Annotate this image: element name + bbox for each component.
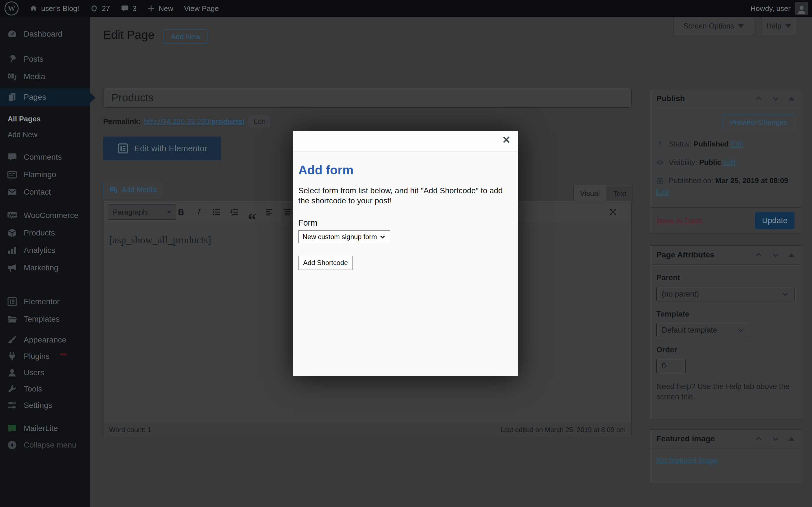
sidebar-item-settings[interactable]: Settings: [0, 397, 90, 413]
order-input[interactable]: 0: [656, 359, 686, 373]
tab-text[interactable]: Text: [607, 186, 633, 202]
updates-menu[interactable]: 27: [90, 4, 110, 13]
edit-with-elementor-button[interactable]: Edit with Elementor: [103, 136, 221, 160]
form-select[interactable]: New custom signup form: [298, 230, 390, 243]
word-count: Word count: 1: [109, 426, 151, 434]
bold-button[interactable]: B: [174, 205, 188, 219]
move-up-icon[interactable]: [755, 251, 763, 259]
sidebar-item-posts[interactable]: Posts: [0, 50, 90, 68]
sidebar-item-plugins[interactable]: Plugins: [0, 348, 90, 364]
help-tab[interactable]: Help: [761, 17, 796, 35]
sidebar-item-appearance[interactable]: Appearance: [0, 332, 90, 348]
sidebar-item-label: Analytics: [24, 246, 55, 255]
close-icon[interactable]: ✕: [502, 134, 511, 146]
move-up-icon[interactable]: [755, 435, 763, 443]
sidebar-item-mailerlite[interactable]: MailerLite: [0, 420, 90, 437]
comment-bubble-icon: [121, 4, 129, 13]
sidebar-item-label: Dashboard: [24, 30, 62, 39]
update-icon: [90, 4, 98, 13]
sidebar-item-elementor[interactable]: Elementor: [0, 293, 90, 311]
add-new-page-button[interactable]: Add New: [163, 29, 208, 44]
view-page-menu[interactable]: View Page: [184, 4, 219, 13]
sidebar-item-marketing[interactable]: Marketing: [0, 259, 90, 277]
move-down-icon[interactable]: [771, 435, 780, 443]
toggle-panel-icon[interactable]: [788, 97, 795, 101]
published-edit-link[interactable]: Edit: [656, 188, 668, 196]
parent-select[interactable]: (no parent): [656, 287, 795, 301]
fullscreen-button[interactable]: [606, 205, 620, 219]
sliders-icon: [7, 400, 17, 411]
updates-count: 27: [102, 4, 110, 13]
sidebar-item-label: WooCommerce: [24, 211, 79, 220]
megaphone-icon: [7, 263, 17, 273]
page-title-input[interactable]: Products: [103, 88, 631, 108]
bulleted-list-button[interactable]: [209, 205, 223, 219]
plugin-update-badge: [60, 353, 67, 355]
chevron-down-icon: [785, 24, 791, 28]
page-attributes-header[interactable]: Page Attributes: [650, 245, 801, 265]
sidebar-subitem-add-new[interactable]: Add New: [0, 127, 90, 143]
collapse-menu-button[interactable]: Collapse menu: [0, 437, 90, 453]
status-edit-link[interactable]: Edit: [731, 140, 744, 148]
wordpress-logo-menu[interactable]: W: [4, 1, 18, 15]
permalink-link[interactable]: http://34.220.33.230/products/: [144, 117, 245, 126]
permalink-edit-button[interactable]: Edit: [248, 115, 270, 128]
preview-changes-button[interactable]: Preview Changes: [722, 114, 795, 130]
form-select-value: New custom signup form: [303, 233, 377, 241]
featured-image-panel: Featured image Set featured image: [650, 429, 801, 483]
shortcode-text: [asp_show_all_products]: [109, 234, 211, 245]
avatar[interactable]: [795, 2, 808, 15]
sidebar-item-products[interactable]: Products: [0, 224, 90, 242]
sidebar-item-analytics[interactable]: Analytics: [0, 242, 90, 259]
brush-icon: [7, 335, 17, 345]
move-to-trash-link[interactable]: Move to Trash: [656, 216, 703, 225]
form-label: Form: [298, 218, 512, 228]
parent-select-value: (no parent): [662, 290, 699, 298]
eye-icon: [656, 158, 664, 167]
featured-image-header[interactable]: Featured image: [650, 430, 801, 448]
new-label: New: [158, 4, 173, 13]
screen-options-tab[interactable]: Screen Options: [673, 17, 754, 35]
new-content-menu[interactable]: New: [147, 4, 173, 13]
sidebar-item-templates[interactable]: Templates: [0, 311, 90, 328]
sidebar-subitem-all-pages[interactable]: All Pages: [0, 111, 90, 127]
visibility-edit-link[interactable]: Edit: [723, 158, 736, 166]
template-select[interactable]: Default template: [656, 323, 750, 337]
paragraph-format-select[interactable]: Paragraph: [108, 205, 176, 220]
numbered-list-button[interactable]: [227, 205, 241, 219]
sidebar-item-media[interactable]: Media: [0, 68, 90, 86]
sidebar-item-label: Appearance: [24, 335, 66, 344]
add-media-button[interactable]: Add Media: [103, 182, 162, 198]
sidebar-item-users[interactable]: Users: [0, 364, 90, 381]
site-name-menu[interactable]: user's Blog!: [29, 4, 79, 13]
sidebar-item-pages[interactable]: Pages: [0, 89, 90, 106]
move-up-icon[interactable]: [755, 94, 763, 103]
comments-menu[interactable]: 3: [121, 4, 137, 13]
sidebar-item-dashboard[interactable]: Dashboard: [0, 25, 90, 43]
chevron-down-icon: [737, 326, 745, 334]
tab-visual[interactable]: Visual: [573, 185, 606, 202]
move-down-icon[interactable]: [771, 251, 780, 259]
add-media-icon: [109, 185, 118, 194]
toggle-panel-icon[interactable]: [788, 437, 795, 441]
sidebar-item-flamingo[interactable]: Flamingo: [0, 166, 90, 183]
help-label: Help: [766, 22, 781, 31]
howdy-user-label[interactable]: Howdy, user: [750, 4, 791, 13]
blockquote-button[interactable]: “: [245, 205, 259, 226]
sidebar-item-tools[interactable]: Tools: [0, 381, 90, 397]
add-shortcode-button[interactable]: Add Shortcode: [298, 256, 353, 270]
publish-panel-header[interactable]: Publish: [650, 89, 801, 108]
sidebar-item-label: Products: [24, 228, 55, 237]
page-title: Edit Page: [103, 28, 154, 42]
align-center-button[interactable]: [281, 205, 295, 219]
sidebar-item-comments[interactable]: Comments: [0, 149, 90, 166]
move-down-icon[interactable]: [771, 94, 780, 103]
camera-icon: [7, 71, 17, 82]
set-featured-image-link[interactable]: Set featured image: [656, 456, 718, 465]
update-button[interactable]: Update: [755, 212, 795, 229]
italic-button[interactable]: I: [192, 205, 206, 219]
toggle-panel-icon[interactable]: [788, 253, 795, 257]
align-left-button[interactable]: [263, 205, 277, 219]
sidebar-item-woocommerce[interactable]: WooCommerce: [0, 207, 90, 224]
sidebar-item-contact[interactable]: Contact: [0, 183, 90, 201]
